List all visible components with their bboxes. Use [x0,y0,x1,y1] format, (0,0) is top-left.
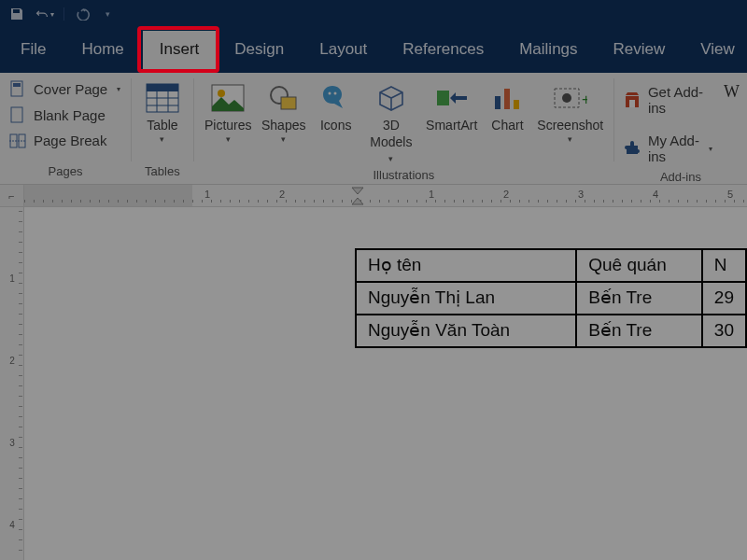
customize-quick-access[interactable]: ▾ [102,5,113,23]
addin-icon [624,140,641,157]
get-addins-label: Get Add-ins [648,84,712,116]
cover-page-button[interactable]: Cover Page ▾ [7,78,122,99]
chevron-down-icon: ▾ [281,134,286,144]
my-addins-button[interactable]: My Add-ins ▾ [622,131,714,166]
chevron-down-icon: ▾ [117,85,120,93]
table-label: Table [147,118,177,133]
tab-references[interactable]: References [386,31,500,70]
chart-icon [493,80,521,116]
group-tables: Table ▾ Tables [132,73,193,184]
chevron-down-icon: ▾ [106,9,110,19]
store-icon [624,92,641,107]
table-cell[interactable]: N [702,249,746,282]
tab-file[interactable]: File [4,31,63,70]
horizontal-ruler[interactable]: 2112345 [24,185,747,207]
redo-button[interactable] [74,5,92,23]
svg-rect-2 [11,107,22,122]
svg-text:+: + [582,91,587,107]
wikipedia-button[interactable]: W [724,82,740,102]
page-break-button[interactable]: Page Break [7,131,122,150]
chart-button[interactable]: Chart [484,77,530,133]
smartart-button[interactable]: SmartArt [423,77,480,133]
get-addins-button[interactable]: Get Add-ins [622,82,714,118]
table-cell[interactable]: Bến Tre [576,315,702,347]
document-table[interactable]: Họ tên Quê quán N Nguyễn Thị Lan Bến Tre… [355,248,747,348]
save-button[interactable] [7,5,26,23]
ruler-corner: ⌐ [0,185,23,207]
3d-models-button[interactable]: 3D Models ▾ [363,77,419,164]
undo-button[interactable]: ▾ [35,5,54,23]
icons-icon [321,80,351,116]
page-canvas[interactable]: Họ tên Quê quán N Nguyễn Thị Lan Bến Tre… [24,207,747,560]
table-cell[interactable]: 29 [702,282,746,315]
quick-access-toolbar: ▾ ▾ [0,0,747,28]
page-break-icon [9,133,26,148]
page-margin [24,207,192,560]
chevron-down-icon: ▾ [388,154,393,163]
blank-page-label: Blank Page [34,107,106,123]
table-cell[interactable]: Nguyễn Thị Lan [356,282,576,315]
shapes-label: Shapes [261,118,305,133]
tab-review[interactable]: Review [597,31,683,70]
svg-point-11 [328,92,331,95]
svg-rect-15 [504,89,510,109]
screenshot-button[interactable]: + Screenshot ▾ [534,77,606,144]
chevron-down-icon: ▾ [226,134,231,144]
icons-button[interactable]: Icons [313,77,359,133]
vertical-ruler[interactable]: ⌐ 1234 [0,185,24,560]
table-cell[interactable]: 30 [702,315,746,347]
tab-view[interactable]: View [684,31,747,70]
table-cell[interactable]: Họ tên [356,249,576,282]
indent-marker[interactable] [351,187,364,207]
chart-label: Chart [491,118,523,133]
separator [63,7,64,21]
svg-rect-1 [13,83,21,87]
tab-layout[interactable]: Layout [303,31,384,70]
table-cell[interactable]: Bến Tre [576,282,702,315]
svg-rect-14 [495,96,500,109]
cube-icon [376,80,406,116]
svg-rect-20 [629,100,635,107]
table-cell[interactable]: Quê quán [576,249,702,282]
shapes-button[interactable]: Shapes ▾ [259,77,309,144]
group-label-pages: Pages [7,161,123,184]
group-illustrations: Pictures ▾ Shapes ▾ Icons 3D [194,73,613,184]
chevron-down-icon: ▾ [50,10,54,19]
tab-insert[interactable]: Insert [143,31,217,70]
tab-design[interactable]: Design [218,31,301,70]
chevron-down-icon: ▾ [160,134,164,144]
pictures-label: Pictures [204,118,252,133]
pictures-button[interactable]: Pictures ▾ [202,77,255,144]
table-row[interactable]: Nguyễn Thị Lan Bến Tre 29 [356,282,746,315]
shapes-icon [268,80,300,116]
group-label-tables: Tables [139,161,186,184]
svg-rect-6 [147,84,178,91]
svg-rect-10 [281,97,296,109]
table-cell[interactable]: Nguyễn Văn Toàn [356,315,576,347]
table-row[interactable]: Họ tên Quê quán N [356,249,746,282]
chevron-down-icon: ▾ [568,134,572,144]
smartart-icon [436,80,468,116]
tab-home[interactable]: Home [64,31,140,70]
group-pages: Cover Page ▾ Blank Page Page Break Page [0,73,131,184]
tab-mailings[interactable]: Mailings [502,31,594,70]
smartart-label: SmartArt [426,118,477,133]
save-icon [9,7,24,21]
table-icon [146,80,179,116]
svg-rect-16 [514,100,519,109]
blank-page-button[interactable]: Blank Page [7,105,122,125]
pictures-icon [211,80,245,116]
cover-page-label: Cover Page [34,81,107,97]
svg-point-18 [562,93,571,103]
redo-icon [76,7,91,21]
table-row[interactable]: Nguyễn Văn Toàn Bến Tre 30 [356,315,746,347]
blank-page-icon [9,106,26,123]
ribbon-insert: Cover Page ▾ Blank Page Page Break Page [0,73,747,185]
svg-point-8 [218,90,225,97]
table-button[interactable]: Table ▾ [139,77,186,144]
cover-page-icon [9,80,26,97]
group-addins: Get Add-ins My Add-ins ▾ W Add-ins [614,73,747,184]
svg-rect-13 [437,91,449,105]
screenshot-icon: + [554,80,587,116]
ribbon-tabs: File Home Insert Design Layout Reference… [0,28,747,73]
